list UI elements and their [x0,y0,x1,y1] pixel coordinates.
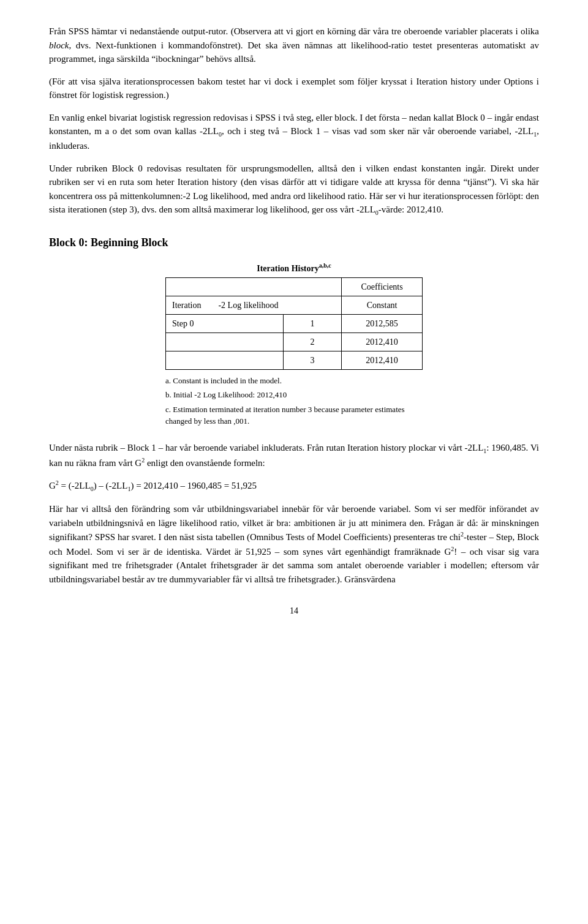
table-header-row-2: Iteration -2 Log likelihood Constant [166,296,423,314]
paragraph-4: Under rubriken Block 0 redovisas resulta… [49,162,539,218]
header-empty-cell [166,277,342,296]
table-note-b: b. Initial -2 Log Likelihood: 2012,410 [165,389,423,401]
cell-iter-1: 1 [283,314,341,332]
paragraph-2: (För att visa själva iterationsprocessen… [49,75,539,102]
page-number-text: 14 [290,606,298,615]
table-title-superscript: a,b,c [319,262,331,269]
section-heading-text: Block 0: Beginning Block [49,236,168,249]
paragraph-after-table: Under nästa rubrik – Block 1 – har vår b… [49,441,539,470]
table-notes: a. Constant is included in the model. b.… [165,372,423,430]
cell-step-empty-1 [166,332,284,351]
paragraph-1: Från SPSS hämtar vi nedanstående output-… [49,24,539,66]
cell-iter-3: 3 [283,351,341,369]
iteration-table-wrapper: Iteration Historya,b,c Coefficients Iter… [49,261,539,430]
cell-loglik-2: 2012,410 [342,332,423,351]
page-number: 14 [49,604,539,617]
cell-step-empty-2 [166,351,284,369]
cell-step-0: Step 0 [166,314,284,332]
paragraph-2-text: (För att visa själva iterationsprocessen… [49,77,539,100]
paragraph-4-text: Under rubriken Block 0 redovisas resulta… [49,163,539,215]
paragraph-3-text: En vanlig enkel bivariat logistisk regre… [49,113,539,151]
cell-loglik-3: 2012,410 [342,351,423,369]
cell-loglik-1: 2012,585 [342,314,423,332]
iteration-table: Coefficients Iteration -2 Log likelihood… [165,277,423,370]
table-note-c: c. Estimation terminated at iteration nu… [165,404,423,427]
formula-line: G2 = (-2LL0) – (-2LL1) = 2012,410 – 1960… [49,478,539,494]
table-header-row-1: Coefficients [166,277,423,296]
paragraph-3: En vanlig enkel bivariat logistisk regre… [49,111,539,153]
header-iteration-log: Iteration -2 Log likelihood [166,296,342,314]
table-row-1: Step 0 1 2012,585 [166,314,423,332]
table-row-2: 2 2012,410 [166,332,423,351]
paragraph-after-table-text: Under nästa rubrik – Block 1 – har vår b… [49,443,539,468]
formula-text: G2 = (-2LL0) – (-2LL1) = 2012,410 – 1960… [49,481,257,490]
table-title-text: Iteration Historya,b,c [257,264,331,273]
table-title: Iteration Historya,b,c [257,261,331,275]
section-heading: Block 0: Beginning Block [49,235,539,251]
paragraph-final-text: Här har vi alltså den förändring som vår… [49,504,539,584]
cell-iter-2: 2 [283,332,341,351]
paragraph-1-text: Från SPSS hämtar vi nedanstående output-… [49,26,539,64]
table-row-3: 3 2012,410 [166,351,423,369]
header-coefficients: Coefficients [342,277,423,296]
paragraph-final: Här har vi alltså den förändring som vår… [49,502,539,586]
header-constant: Constant [342,296,423,314]
table-note-a: a. Constant is included in the model. [165,375,423,387]
